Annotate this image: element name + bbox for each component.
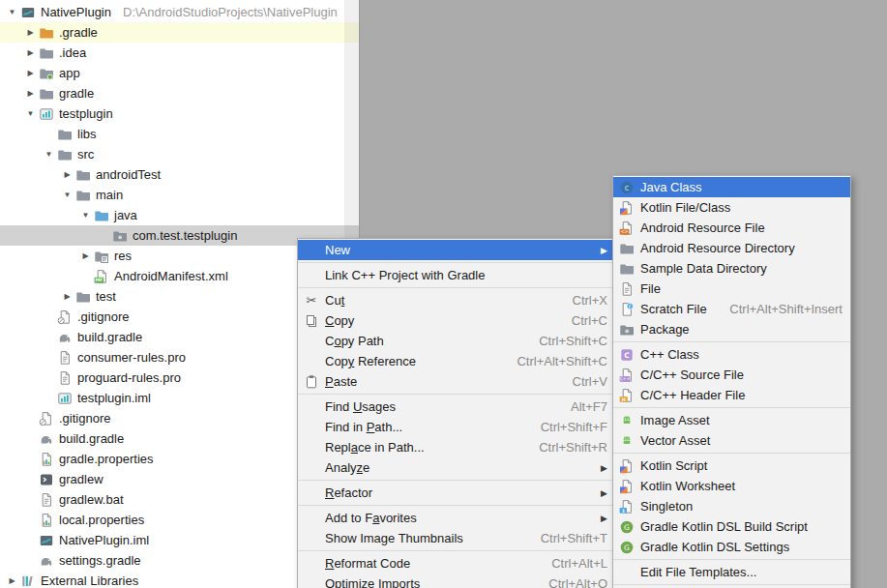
chevron-right-icon[interactable]: ▶ bbox=[22, 63, 39, 83]
menu-separator bbox=[613, 341, 850, 342]
tree-item-java[interactable]: ▼java bbox=[0, 205, 359, 225]
svg-text:<>: <> bbox=[620, 229, 628, 234]
tree-item-nativeplugin[interactable]: ▼NativePluginD:\AndroidStudioProjects\Na… bbox=[0, 2, 359, 22]
submenu-arrow-icon: ▶ bbox=[601, 514, 607, 523]
menu-item-vector-asset[interactable]: Vector Asset bbox=[613, 430, 850, 451]
menu-item-label: Show Image Thumbnails bbox=[325, 531, 525, 545]
android-icon bbox=[619, 433, 635, 449]
menu-item-label: C/C++ Source File bbox=[640, 368, 843, 382]
tree-item-testplugin[interactable]: ▼testplugin bbox=[0, 103, 359, 124]
menu-separator bbox=[298, 480, 615, 481]
menu-item-android-resource-directory[interactable]: Android Resource Directory bbox=[613, 238, 850, 258]
chevron-down-icon[interactable]: ▼ bbox=[41, 144, 57, 164]
menu-item-package[interactable]: Package bbox=[613, 319, 850, 339]
module-icon bbox=[57, 391, 73, 406]
menu-item-show-image-thumbnails[interactable]: Show Image ThumbnailsCtrl+Shift+T bbox=[298, 528, 615, 548]
chevron-down-icon[interactable]: ▼ bbox=[77, 205, 94, 225]
indent-spacer bbox=[0, 458, 22, 459]
svg-text:G: G bbox=[624, 543, 630, 551]
tree-item-src[interactable]: ▼src bbox=[0, 144, 359, 164]
submenu-arrow-icon: ▶ bbox=[601, 488, 607, 498]
menu-item-copy[interactable]: CopyCtrl+C bbox=[298, 310, 615, 331]
menu-item-refactor[interactable]: Refactor▶ bbox=[298, 483, 615, 503]
menu-separator bbox=[298, 394, 615, 395]
menu-item-gradle-kotlin-dsl-build-script[interactable]: GGradle Kotlin DSL Build Script bbox=[613, 516, 850, 537]
menu-item-label: Copy Path bbox=[325, 334, 523, 348]
menu-item-reformat-code[interactable]: Reformat CodeCtrl+Alt+L bbox=[298, 553, 615, 573]
textfile-icon bbox=[39, 492, 54, 508]
android-res-file-icon: <> bbox=[619, 220, 635, 236]
gradle-kts-icon: G bbox=[619, 519, 635, 535]
menu-item-new[interactable]: New▶ bbox=[298, 240, 615, 260]
tree-item-androidtest[interactable]: ▶androidTest bbox=[0, 164, 359, 185]
menu-item-link-c-project-with-gradle[interactable]: Link C++ Project with Gradle bbox=[298, 265, 615, 285]
menu-item-kotlin-script[interactable]: Kotlin Script bbox=[613, 456, 850, 476]
tree-item-libs[interactable]: libs bbox=[0, 124, 359, 144]
menu-item-c-class[interactable]: CC++ Class bbox=[613, 344, 850, 365]
menu-item-scratch-file[interactable]: Scratch FileCtrl+Alt+Shift+Insert bbox=[613, 299, 850, 319]
icon-spacer bbox=[304, 440, 319, 456]
module-icon bbox=[39, 106, 54, 122]
menu-item-label: Link C++ Project with Gradle bbox=[325, 268, 607, 282]
gradle-icon bbox=[57, 330, 73, 345]
tree-item-label: gradlew bbox=[59, 472, 103, 486]
menu-item-label: Sample Data Directory bbox=[640, 261, 843, 276]
tree-item-idea[interactable]: ▶.idea bbox=[0, 43, 359, 63]
menu-item-label: Scratch File bbox=[640, 302, 714, 316]
indent-spacer bbox=[0, 235, 96, 236]
chevron-right-icon[interactable]: ▶ bbox=[22, 22, 39, 43]
chevron-down-icon[interactable]: ▼ bbox=[4, 2, 20, 22]
menu-item-image-asset[interactable]: Image Asset bbox=[613, 410, 850, 430]
chevron-right-icon[interactable]: ▶ bbox=[22, 43, 39, 63]
menu-item-c-c-source-file[interactable]: C++C/C++ Source File bbox=[613, 365, 850, 385]
menu-separator bbox=[613, 559, 850, 560]
chevron-right-icon[interactable]: ▶ bbox=[4, 571, 20, 588]
chevron-right-icon[interactable]: ▶ bbox=[77, 246, 94, 266]
indent-spacer bbox=[0, 438, 22, 439]
indent-spacer bbox=[0, 255, 77, 256]
folder-icon bbox=[57, 147, 73, 162]
menu-item-kotlin-file-class[interactable]: Kotlin File/Class bbox=[613, 197, 850, 218]
chevron-down-icon[interactable]: ▼ bbox=[22, 103, 39, 124]
menu-item-paste[interactable]: PasteCtrl+V bbox=[298, 371, 615, 392]
tree-item-label: com.test.testplugin bbox=[133, 228, 237, 243]
svg-text:MF: MF bbox=[96, 278, 103, 282]
menu-item-copy-path[interactable]: Copy PathCtrl+Shift+C bbox=[298, 331, 615, 351]
menu-item-analyze[interactable]: Analyze▶ bbox=[298, 457, 615, 478]
tree-item-app[interactable]: ▶app bbox=[0, 63, 359, 83]
menu-item-cut[interactable]: ✂CutCtrl+X bbox=[298, 290, 615, 310]
tree-item-label: androidTest bbox=[96, 167, 161, 182]
menu-item-singleton[interactable]: 1Singleton bbox=[613, 496, 850, 516]
menu-item-find-usages[interactable]: Find UsagesAlt+F7 bbox=[298, 397, 615, 417]
tree-item-gradle[interactable]: ▶gradle bbox=[0, 83, 359, 103]
indent-spacer bbox=[0, 540, 22, 541]
menu-item-find-in-path[interactable]: Find in Path...Ctrl+Shift+F bbox=[298, 417, 615, 437]
tree-item-label: NativePlugin bbox=[41, 5, 111, 19]
menu-item-java-class[interactable]: cJava Class bbox=[613, 177, 850, 197]
scratch-icon bbox=[619, 302, 635, 317]
menu-item-android-resource-file[interactable]: <>Android Resource File bbox=[613, 218, 850, 238]
kotlin-icon bbox=[619, 479, 635, 494]
chevron-down-icon[interactable]: ▼ bbox=[59, 185, 75, 205]
tree-item-label: .gradle bbox=[59, 25, 98, 40]
indent-spacer bbox=[0, 519, 22, 520]
menu-item-sample-data-directory[interactable]: Sample Data Directory bbox=[613, 258, 850, 279]
chevron-right-icon[interactable]: ▶ bbox=[22, 83, 39, 103]
tree-item-gradle[interactable]: ▶.gradle bbox=[0, 22, 359, 43]
menu-item-gradle-kotlin-dsl-settings[interactable]: GGradle Kotlin DSL Settings bbox=[613, 537, 850, 557]
menu-item-label: Android Resource File bbox=[640, 220, 843, 235]
menu-item-add-to-favorites[interactable]: Add to Favorites▶ bbox=[298, 508, 615, 528]
menu-item-kotlin-worksheet[interactable]: Kotlin Worksheet bbox=[613, 476, 850, 496]
menu-item-optimize-imports[interactable]: Optimize ImportsCtrl+Alt+O bbox=[298, 573, 615, 588]
menu-item-edit-file-templates[interactable]: Edit File Templates... bbox=[613, 562, 850, 582]
tree-item-label: local.properties bbox=[59, 513, 144, 527]
menu-shortcut: Ctrl+Shift+C bbox=[539, 334, 607, 348]
menu-item-copy-reference[interactable]: Copy ReferenceCtrl+Alt+Shift+C bbox=[298, 351, 615, 371]
chevron-right-icon[interactable]: ▶ bbox=[59, 286, 75, 307]
chevron-right-icon[interactable]: ▶ bbox=[59, 164, 75, 185]
gradle-kts-icon: G bbox=[619, 540, 635, 555]
menu-item-file[interactable]: File bbox=[613, 279, 850, 299]
tree-item-main[interactable]: ▼main bbox=[0, 185, 359, 205]
menu-item-replace-in-path[interactable]: Replace in Path...Ctrl+Shift+R bbox=[298, 437, 615, 457]
menu-item-c-c-header-file[interactable]: HC/C++ Header File bbox=[613, 385, 850, 405]
